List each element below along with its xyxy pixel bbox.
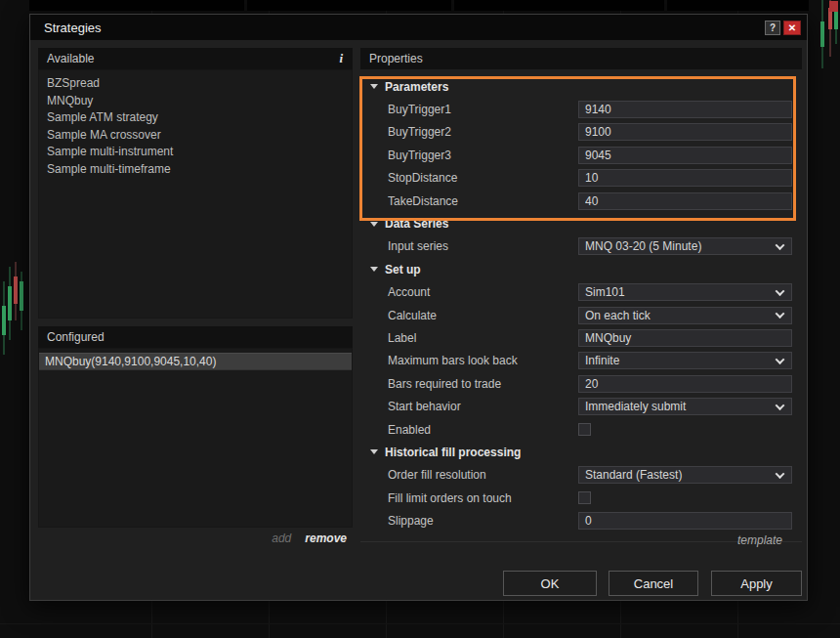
section-header-setup[interactable]: Set up <box>360 258 802 280</box>
help-button[interactable]: ? <box>765 21 780 35</box>
background-topbar <box>29 0 809 11</box>
property-label: Order fill resolution <box>360 468 578 482</box>
field-value: 9140 <box>585 103 786 116</box>
add-link[interactable]: add <box>272 532 291 545</box>
dialog-title: Strategies <box>44 21 102 35</box>
chevron-down-icon <box>776 401 785 410</box>
configured-list[interactable]: MNQbuy(9140,9100,9045,10,40) <box>38 348 353 528</box>
field-value: Immediately submit <box>585 400 777 413</box>
cancel-button[interactable]: Cancel <box>609 571 698 596</box>
field-value: Standard (Fastest) <box>585 468 777 482</box>
input-series-select[interactable]: MNQ 03-20 (5 Minute) <box>578 237 792 255</box>
field-value: Sim101 <box>585 285 777 299</box>
field-value: MNQ 03-20 (5 Minute) <box>585 239 777 253</box>
section-title: Parameters <box>385 80 448 94</box>
close-icon: ✕ <box>788 22 796 33</box>
titlebar-buttons: ? ✕ <box>765 21 801 35</box>
property-row-input-series: Input series MNQ 03-20 (5 Minute) <box>360 235 802 258</box>
section-header-data-series[interactable]: Data Series <box>360 212 802 234</box>
ok-button[interactable]: OK <box>503 571 597 596</box>
collapse-arrow-icon <box>370 84 378 89</box>
field-value: 0 <box>585 514 786 528</box>
chevron-down-icon <box>776 309 785 319</box>
field-value: 10 <box>585 171 786 185</box>
property-label: TakeDistance <box>360 194 578 208</box>
configured-header: Configured <box>38 326 353 348</box>
field-value: Infinite <box>585 354 777 367</box>
topbar-divider <box>244 0 247 11</box>
property-row-stopdistance: StopDistance 10 <box>360 167 802 190</box>
apply-button[interactable]: Apply <box>711 571 802 596</box>
template-link[interactable]: template <box>360 533 802 547</box>
takedistance-input[interactable]: 40 <box>578 192 792 210</box>
property-label: Input series <box>360 239 578 253</box>
section-title: Historical fill processing <box>385 446 521 459</box>
chevron-down-icon <box>776 355 785 364</box>
available-item[interactable]: Sample MA crossover <box>39 127 352 145</box>
grid-line <box>0 623 840 624</box>
chevron-down-icon <box>776 469 785 479</box>
property-label: BuyTrigger3 <box>360 149 578 162</box>
field-slot <box>578 423 792 436</box>
property-label: StopDistance <box>360 171 578 185</box>
calculate-select[interactable]: On each tick <box>578 307 792 324</box>
configured-header-label: Configured <box>47 330 105 344</box>
property-label: BuyTrigger2 <box>360 125 578 139</box>
section-header-historical[interactable]: Historical fill processing <box>360 441 802 463</box>
properties-grid: Parameters BuyTrigger1 9140 BuyTrigger2 … <box>360 69 802 542</box>
property-label: Maximum bars look back <box>360 354 578 367</box>
available-item[interactable]: BZSpread <box>39 75 352 93</box>
label-input[interactable]: MNQbuy <box>578 329 792 347</box>
available-item[interactable]: Sample multi-timeframe <box>39 161 352 179</box>
info-icon[interactable]: i <box>339 51 343 66</box>
available-item[interactable]: MNQbuy <box>39 93 352 110</box>
add-remove-links: add remove <box>38 532 353 545</box>
property-row-calculate: Calculate On each tick <box>360 304 802 326</box>
section-header-parameters[interactable]: Parameters <box>360 75 802 98</box>
order-fill-select[interactable]: Standard (Fastest) <box>578 466 792 484</box>
price-marker <box>829 1 838 12</box>
slippage-input[interactable]: 0 <box>578 512 792 530</box>
topbar-divider <box>451 0 454 11</box>
account-select[interactable]: Sim101 <box>578 283 792 301</box>
remove-link[interactable]: remove <box>305 532 347 545</box>
chevron-down-icon <box>776 286 785 296</box>
field-value: 20 <box>585 377 786 391</box>
property-row-buytrigger1: BuyTrigger1 9140 <box>360 98 802 120</box>
background-chart-left <box>0 262 25 360</box>
buytrigger3-input[interactable]: 9045 <box>578 147 792 164</box>
topbar-divider <box>664 0 667 11</box>
property-row-buytrigger2: BuyTrigger2 9100 <box>360 121 802 144</box>
fill-limit-checkbox[interactable] <box>578 491 591 504</box>
property-label: Calculate <box>360 309 578 322</box>
property-label: Fill limit orders on touch <box>360 491 578 505</box>
available-header: Available i <box>38 48 353 69</box>
property-row-max-bars: Maximum bars look back Infinite <box>360 350 802 372</box>
stopdistance-input[interactable]: 10 <box>578 169 792 187</box>
buytrigger1-input[interactable]: 9140 <box>578 101 792 118</box>
buytrigger2-input[interactable]: 9100 <box>578 123 792 141</box>
property-row-slippage: Slippage 0 <box>360 509 802 532</box>
collapse-arrow-icon <box>370 267 378 272</box>
max-bars-select[interactable]: Infinite <box>578 352 792 369</box>
property-label: Account <box>360 285 578 299</box>
enabled-checkbox[interactable] <box>578 423 591 436</box>
desktop-background: Strategies ? ✕ Available i BZSpread MNQb… <box>0 0 840 638</box>
available-item[interactable]: Sample multi-instrument <box>39 144 352 161</box>
available-item[interactable]: Sample ATM strategy <box>39 109 352 127</box>
configured-item-selected[interactable]: MNQbuy(9140,9100,9045,10,40) <box>39 353 352 370</box>
properties-header-label: Properties <box>369 52 423 65</box>
close-button[interactable]: ✕ <box>783 21 801 35</box>
field-value: 9045 <box>585 149 786 162</box>
collapse-arrow-icon <box>370 222 378 227</box>
property-row-buytrigger3: BuyTrigger3 9045 <box>360 144 802 166</box>
property-row-order-fill: Order fill resolution Standard (Fastest) <box>360 464 802 487</box>
field-value: 9100 <box>585 125 786 139</box>
property-row-start-behavior: Start behavior Immediately submit <box>360 395 802 417</box>
dialog-titlebar[interactable]: Strategies ? ✕ <box>30 15 807 40</box>
bars-required-input[interactable]: 20 <box>578 375 792 393</box>
available-list[interactable]: BZSpread MNQbuy Sample ATM strategy Samp… <box>38 69 353 319</box>
start-behavior-select[interactable]: Immediately submit <box>578 398 792 415</box>
property-label: Start behavior <box>360 400 578 413</box>
property-row-enabled: Enabled <box>360 418 802 441</box>
